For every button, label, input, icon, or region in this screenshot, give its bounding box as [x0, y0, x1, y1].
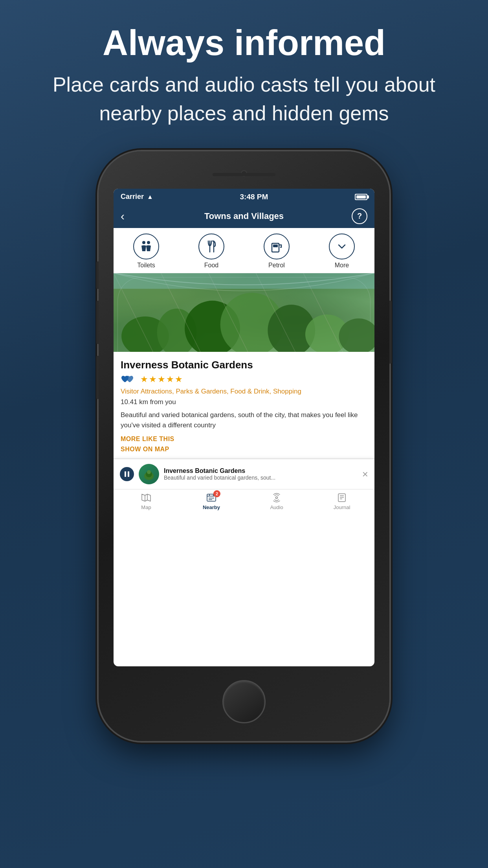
status-time: 3:48 PM — [240, 193, 268, 201]
audio-icon — [271, 493, 283, 503]
toilets-icon-circle — [133, 234, 159, 259]
back-button[interactable]: ‹ — [121, 210, 136, 223]
tab-bar: Map 2 Nearby — [114, 489, 374, 512]
help-button[interactable]: ? — [352, 208, 367, 224]
tab-audio[interactable]: Audio — [244, 493, 309, 510]
place-name: Inverness Botanic Gardens — [121, 359, 367, 371]
star-rating: ★ ★ ★ ★ ★ — [140, 374, 183, 384]
home-button[interactable] — [222, 680, 266, 723]
food-icon-circle — [198, 234, 224, 259]
svg-rect-21 — [128, 471, 129, 477]
speaker-grille — [213, 173, 275, 176]
svg-point-1 — [147, 241, 150, 244]
side-button-vol-up — [96, 301, 99, 344]
tab-journal-label: Journal — [334, 504, 350, 510]
garden-thumb-icon — [143, 468, 155, 480]
status-bar: Carrier ▲ 3:48 PM — [114, 189, 374, 204]
toilets-label: Toilets — [137, 262, 155, 269]
journal-icon-svg — [337, 493, 347, 502]
phone-mockup: Carrier ▲ 3:48 PM ‹ Towns and Villages ? — [99, 151, 389, 741]
filter-petrol[interactable]: Petrol — [244, 234, 309, 269]
map-icon — [140, 493, 152, 503]
main-headline: Always informed — [31, 24, 457, 63]
filter-more[interactable]: More — [309, 234, 374, 269]
side-button-power — [389, 301, 392, 364]
place-actions: MORE LIKE THIS SHOW ON MAP — [121, 436, 367, 453]
status-left: Carrier ▲ — [121, 193, 153, 201]
tab-nearby[interactable]: 2 Nearby — [179, 493, 244, 510]
phone-screen: Carrier ▲ 3:48 PM ‹ Towns and Villages ? — [114, 189, 374, 666]
phone-shell: Carrier ▲ 3:48 PM ‹ Towns and Villages ? — [99, 151, 389, 741]
audio-close-button[interactable]: × — [362, 468, 368, 480]
place-distance: 10.41 km from you — [121, 398, 367, 406]
petrol-icon — [270, 239, 284, 254]
place-rating: ★ ★ ★ ★ ★ — [121, 374, 367, 384]
pause-icon — [123, 471, 130, 478]
svg-point-24 — [147, 470, 151, 474]
place-description: Beautiful and varied botanical gardens, … — [121, 410, 367, 430]
tab-audio-label: Audio — [270, 504, 283, 510]
tab-journal[interactable]: Journal — [309, 493, 374, 510]
audio-thumbnail — [139, 464, 159, 484]
food-icon — [204, 239, 218, 254]
more-icon-circle — [329, 234, 355, 259]
petrol-icon-circle — [264, 234, 290, 259]
more-label: More — [335, 262, 349, 269]
food-label: Food — [204, 262, 218, 269]
wifi-icon: ▲ — [147, 193, 153, 200]
navigation-bar: ‹ Towns and Villages ? — [114, 204, 374, 228]
battery-fill — [356, 195, 366, 199]
svg-rect-35 — [338, 494, 345, 502]
petrol-label: Petrol — [268, 262, 285, 269]
svg-point-0 — [142, 241, 145, 244]
nav-title: Towns and Villages — [136, 211, 352, 221]
audio-pause-button[interactable] — [120, 467, 134, 481]
place-categories: Visitor Attractions, Parks & Gardens, Fo… — [121, 387, 367, 396]
more-like-this-button[interactable]: MORE LIKE THIS — [121, 436, 367, 443]
side-button-mute — [96, 261, 99, 289]
filter-toilets[interactable]: Toilets — [114, 234, 179, 269]
audio-icon-svg — [272, 493, 282, 502]
svg-marker-25 — [142, 494, 150, 501]
audio-player-bar: Inverness Botanic Gardens Beautiful and … — [114, 459, 374, 489]
filter-row: Toilets Food — [114, 228, 374, 273]
filter-food[interactable]: Food — [179, 234, 244, 269]
main-subtext: Place cards and audio casts tell you abo… — [31, 70, 457, 128]
wl-logo — [121, 375, 138, 384]
journal-icon — [336, 493, 348, 503]
audio-info: Inverness Botanic Gardens Beautiful and … — [164, 467, 358, 481]
garden-svg — [114, 273, 374, 352]
side-button-vol-down — [96, 356, 99, 399]
carrier-label: Carrier — [121, 193, 144, 201]
svg-point-34 — [276, 497, 278, 499]
header-section: Always informed Place cards and audio ca… — [0, 0, 488, 143]
map-icon-svg — [141, 493, 151, 502]
show-on-map-button[interactable]: SHOW ON MAP — [121, 446, 367, 453]
wanderlust-logo — [121, 375, 138, 384]
svg-rect-20 — [125, 471, 126, 477]
place-image — [114, 273, 374, 352]
nearby-icon: 2 — [205, 493, 217, 503]
tab-nearby-label: Nearby — [203, 504, 220, 510]
nearby-badge: 2 — [213, 490, 220, 497]
audio-subtitle: Beautiful and varied botanical gardens, … — [164, 474, 358, 481]
audio-title: Inverness Botanic Gardens — [164, 467, 358, 474]
more-icon — [335, 239, 349, 254]
svg-rect-5 — [273, 245, 278, 247]
svg-rect-19 — [114, 273, 374, 289]
tab-map[interactable]: Map — [114, 493, 179, 510]
battery-icon — [355, 194, 367, 200]
place-card: Inverness Botanic Gardens ★ ★ ★ ★ — [114, 352, 374, 459]
toilets-icon — [139, 239, 153, 254]
tab-map-label: Map — [141, 504, 151, 510]
